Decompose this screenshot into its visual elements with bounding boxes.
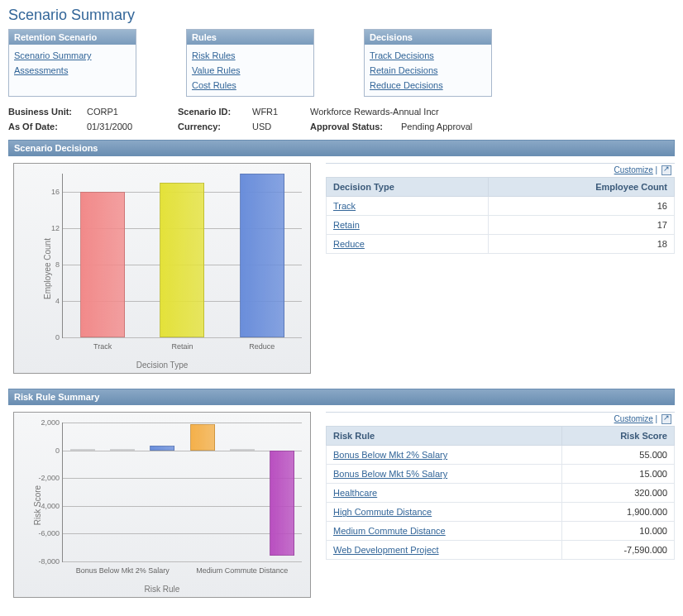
nav-link-scenario-summary[interactable]: Scenario Summary: [14, 48, 131, 63]
link-reduce[interactable]: Reduce: [333, 239, 365, 249]
link-risk-rule[interactable]: Bonus Below Mkt 5% Salary: [333, 469, 447, 479]
label-business-unit: Business Unit:: [8, 107, 87, 117]
section-header-scenario-decisions: Scenario Decisions: [8, 140, 675, 156]
section-header-risk-rule-summary: Risk Rule Summary: [8, 389, 675, 405]
value-scenario-desc: Workforce Rewards-Annual Incr: [310, 107, 475, 117]
cell-value: 10.000: [562, 522, 675, 541]
table-row: Bonus Below Mkt 5% Salary15.000: [327, 465, 675, 484]
table-row: Medium Commute Distance10.000: [327, 522, 675, 541]
table-row: Healthcare320.000: [327, 484, 675, 503]
value-business-unit: CORP1: [87, 107, 178, 117]
label-scenario-id: Scenario ID:: [178, 107, 252, 117]
nav-link-reduce-decisions[interactable]: Reduce Decisions: [370, 78, 486, 93]
link-risk-rule[interactable]: Healthcare: [333, 488, 377, 498]
table-row: Web Development Project-7,590.000: [327, 541, 675, 560]
table-row: High Commute Distance1,900.000: [327, 503, 675, 522]
info-row-1: Business Unit: CORP1 Scenario ID: WFR1 W…: [8, 107, 675, 117]
table-row: Reduce18: [327, 235, 675, 254]
table-risk-rule-summary-wrap: Customize | Risk Rule Risk Score Bonus B…: [326, 412, 675, 560]
nav-panels-row: Retention Scenario Scenario Summary Asse…: [8, 29, 675, 97]
table-row: Retain17: [327, 216, 675, 235]
link-track[interactable]: Track: [333, 201, 356, 211]
info-row-2: As Of Date: 01/31/2000 Currency: USD App…: [8, 122, 675, 131]
link-risk-rule[interactable]: High Commute Distance: [333, 507, 432, 517]
table-toolbar: Customize |: [326, 412, 675, 426]
nav-link-risk-rules[interactable]: Risk Rules: [192, 48, 308, 63]
page-title: Scenario Summary: [8, 7, 675, 24]
cell-value: 18: [489, 235, 675, 254]
link-risk-rule[interactable]: Web Development Project: [333, 545, 439, 555]
link-risk-rule[interactable]: Medium Commute Distance: [333, 526, 446, 536]
cell-value: 15.000: [562, 465, 675, 484]
nav-link-retain-decisions[interactable]: Retain Decisions: [370, 63, 486, 78]
value-as-of-date: 01/31/2000: [87, 122, 178, 131]
nav-link-value-rules[interactable]: Value Rules: [192, 63, 308, 78]
section-body-risk-rule-summary: -8,000-6,000-4,000-2,00002,000Bonus Belo…: [8, 405, 675, 613]
nav-panel-rules: Rules Risk Rules Value Rules Cost Rules: [186, 29, 314, 97]
table-row: Track16: [327, 197, 675, 216]
table-toolbar: Customize |: [326, 163, 675, 177]
nav-panel-header: Rules: [187, 30, 313, 45]
link-retain[interactable]: Retain: [333, 220, 360, 230]
value-approval-status: Pending Approval: [401, 122, 500, 131]
chart-scenario-decisions: 0481216TrackRetainReduceEmployee CountDe…: [13, 163, 311, 374]
nav-link-cost-rules[interactable]: Cost Rules: [192, 78, 308, 93]
toolbar-sep: |: [653, 414, 660, 423]
nav-link-assessments[interactable]: Assessments: [14, 63, 131, 78]
nav-panel-header: Retention Scenario: [9, 30, 136, 45]
col-decision-type[interactable]: Decision Type: [327, 178, 489, 197]
cell-value: 1,900.000: [562, 503, 675, 522]
value-scenario-id: WFR1: [252, 107, 310, 117]
table-scenario-decisions: Decision Type Employee Count Track16 Ret…: [326, 177, 675, 254]
customize-link[interactable]: Customize: [614, 165, 653, 174]
link-risk-rule[interactable]: Bonus Below Mkt 2% Salary: [333, 450, 447, 460]
col-employee-count[interactable]: Employee Count: [489, 178, 675, 197]
col-risk-score[interactable]: Risk Score: [562, 427, 675, 446]
label-as-of-date: As Of Date:: [8, 122, 87, 131]
nav-panel-decisions: Decisions Track Decisions Retain Decisio…: [364, 29, 492, 97]
cell-value: 320.000: [562, 484, 675, 503]
popout-icon[interactable]: [662, 165, 671, 175]
nav-link-track-decisions[interactable]: Track Decisions: [370, 48, 486, 63]
cell-value: 17: [489, 216, 675, 235]
table-risk-rule-summary: Risk Rule Risk Score Bonus Below Mkt 2% …: [326, 426, 675, 560]
nav-panel-header: Decisions: [365, 30, 491, 45]
cell-value: 55.000: [562, 446, 675, 465]
popout-icon[interactable]: [662, 414, 671, 424]
nav-panel-retention-scenario: Retention Scenario Scenario Summary Asse…: [8, 29, 136, 97]
label-currency: Currency:: [178, 122, 252, 131]
table-scenario-decisions-wrap: Customize | Decision Type Employee Count…: [326, 163, 675, 254]
cell-value: 16: [489, 197, 675, 216]
toolbar-sep: |: [653, 165, 660, 174]
chart-risk-rule-summary: -8,000-6,000-4,000-2,00002,000Bonus Belo…: [13, 412, 311, 598]
label-approval-status: Approval Status:: [310, 122, 401, 131]
table-row: Bonus Below Mkt 2% Salary55.000: [327, 446, 675, 465]
customize-link[interactable]: Customize: [614, 414, 653, 423]
section-body-scenario-decisions: 0481216TrackRetainReduceEmployee CountDe…: [8, 156, 675, 389]
col-risk-rule[interactable]: Risk Rule: [327, 427, 562, 446]
cell-value: -7,590.000: [562, 541, 675, 560]
value-currency: USD: [252, 122, 310, 131]
